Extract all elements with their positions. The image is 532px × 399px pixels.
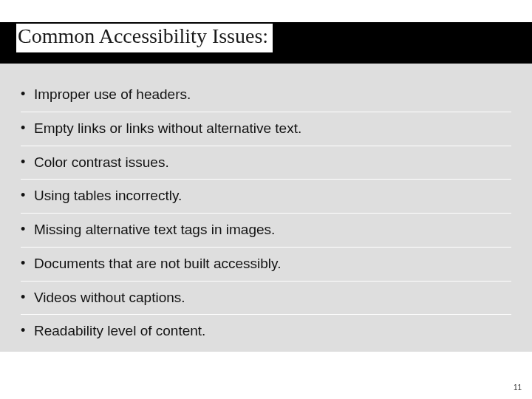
list-item-text: Using tables incorrectly.	[34, 187, 182, 205]
list-item-text: Missing alternative text tags in images.	[34, 221, 275, 239]
slide-title: Common Accessibility Issues:	[16, 24, 273, 52]
bullet-icon: •	[21, 187, 34, 204]
list-item-text: Empty links or links without alternative…	[34, 120, 301, 137]
list-item: • Empty links or links without alternati…	[21, 112, 511, 146]
list-item: • Missing alternative text tags in image…	[21, 214, 511, 248]
list-item: • Documents that are not built accessibl…	[21, 248, 511, 282]
list-item: • Videos without captions.	[21, 282, 511, 316]
bullet-icon: •	[21, 86, 34, 103]
page-number: 11	[514, 383, 522, 392]
list-item-text: Improper use of headers.	[34, 86, 191, 103]
list-item: • Improper use of headers.	[21, 78, 511, 112]
list-item-text: Color contrast issues.	[34, 154, 169, 171]
list-item: • Readability level of content.	[21, 315, 511, 348]
list-item-text: Readability level of content.	[34, 322, 205, 340]
slide: Common Accessibility Issues: • Improper …	[0, 0, 532, 399]
bullet-icon: •	[21, 289, 34, 306]
bullet-icon: •	[21, 120, 34, 137]
bullet-icon: •	[21, 154, 34, 171]
bullet-icon: •	[21, 322, 34, 339]
bullet-list: • Improper use of headers. • Empty links…	[21, 78, 511, 348]
bullet-icon: •	[21, 221, 34, 238]
content-panel: • Improper use of headers. • Empty links…	[0, 64, 532, 352]
list-item: • Using tables incorrectly.	[21, 180, 511, 214]
list-item: • Color contrast issues.	[21, 146, 511, 180]
list-item-text: Videos without captions.	[34, 289, 185, 307]
bullet-icon: •	[21, 255, 34, 272]
list-item-text: Documents that are not built accessibly.	[34, 255, 281, 273]
